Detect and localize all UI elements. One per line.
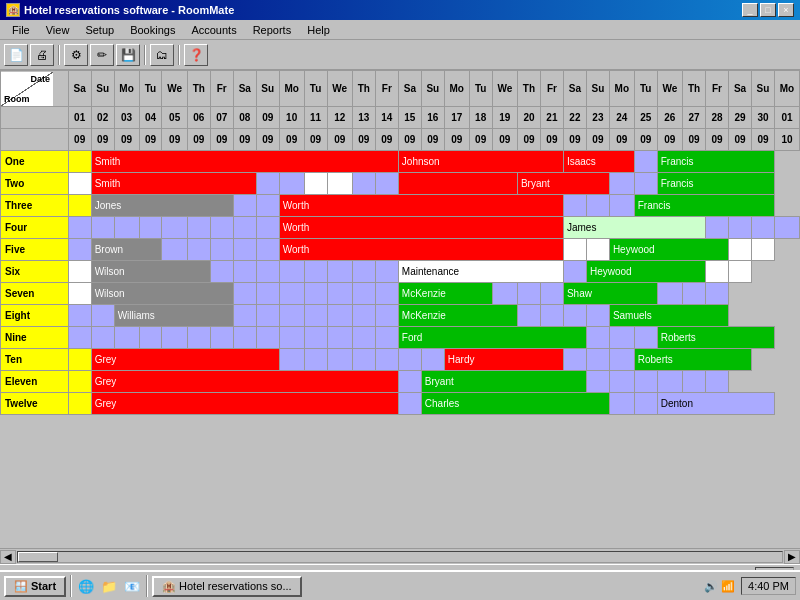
room-eleven-label: Eleven (1, 371, 69, 393)
explorer-icon[interactable]: 📁 (99, 576, 119, 596)
menu-file[interactable]: File (4, 22, 38, 38)
twelve-charles[interactable]: Charles (421, 393, 609, 415)
eight-williams[interactable]: Williams (114, 305, 233, 327)
systray-icons: 🔊 📶 (704, 580, 735, 593)
window-title: Hotel reservations software - RoomMate (24, 4, 234, 16)
three-francis[interactable]: Francis (634, 195, 774, 217)
hotel-app-label: Hotel reservations so... (179, 580, 292, 592)
three-worth[interactable]: Worth (279, 195, 563, 217)
scroll-left-button[interactable]: ◀ (0, 550, 16, 564)
close-button[interactable]: × (778, 3, 794, 17)
col-header-03: Mo (114, 71, 139, 107)
two-francis[interactable]: Francis (657, 173, 774, 195)
six-heywood[interactable]: Heywood (586, 261, 705, 283)
one-d22[interactable] (634, 151, 657, 173)
four-worth[interactable]: Worth (279, 217, 563, 239)
folder-button[interactable]: 🗂 (150, 44, 174, 66)
ten-hardy[interactable]: Hardy (444, 349, 563, 371)
room-two-row: Two Smith Bryant Francis (1, 173, 800, 195)
eleven-bryant[interactable]: Bryant (421, 371, 586, 393)
seven-mckenzie[interactable]: McKenzie (398, 283, 492, 305)
five-worth[interactable]: Worth (279, 239, 563, 261)
menu-bookings[interactable]: Bookings (122, 22, 183, 38)
col-header-10: Mo (279, 71, 304, 107)
month-14: 09 (375, 129, 398, 151)
settings-button[interactable]: ⚙ (64, 44, 88, 66)
one-smith[interactable]: Smith (91, 151, 398, 173)
five-brown[interactable]: Brown (91, 239, 162, 261)
scroll-right-button[interactable]: ▶ (784, 550, 800, 564)
menu-reports[interactable]: Reports (245, 22, 300, 38)
help-button[interactable]: ❓ (184, 44, 208, 66)
h-scrollbar-thumb[interactable] (18, 552, 58, 562)
date-06: 06 (187, 107, 210, 129)
h-scrollbar-container: ◀ ▶ (0, 548, 800, 564)
menu-help[interactable]: Help (299, 22, 338, 38)
date-22: 22 (563, 107, 586, 129)
col-header-26: We (657, 71, 682, 107)
date-13: 13 (352, 107, 375, 129)
header-row-dayname: Date Room Sa Su Mo Tu We Th Fr Sa Su Mo … (1, 71, 800, 107)
room-eleven-row: Eleven Grey Bryant (1, 371, 800, 393)
minimize-button[interactable]: _ (742, 3, 758, 17)
col-header-18: Tu (469, 71, 492, 107)
two-d01[interactable] (68, 173, 91, 195)
month-02: 09 (91, 129, 114, 151)
date-26: 26 (657, 107, 682, 129)
two-bryant[interactable]: Bryant (517, 173, 609, 195)
eight-samuels[interactable]: Samuels (609, 305, 728, 327)
room-four-label: Four (1, 217, 69, 239)
outlook-icon[interactable]: 📧 (122, 576, 142, 596)
nine-roberts[interactable]: Roberts (657, 327, 774, 349)
one-isaacs[interactable]: Isaacs (563, 151, 634, 173)
taskbar-separator (70, 575, 72, 597)
date-15: 15 (398, 107, 421, 129)
room-eight-label: Eight (1, 305, 69, 327)
one-johnson[interactable]: Johnson (398, 151, 563, 173)
two-smith[interactable]: Smith (91, 173, 256, 195)
room-twelve-row: Twelve Grey Charles Denton (1, 393, 800, 415)
taskbar-separator-2 (146, 575, 148, 597)
seven-shaw[interactable]: Shaw (563, 283, 657, 305)
eleven-grey[interactable]: Grey (91, 371, 398, 393)
app-icon: 🏨 (6, 3, 20, 17)
nine-ford[interactable]: Ford (398, 327, 586, 349)
edit-button[interactable]: ✏ (90, 44, 114, 66)
maximize-button[interactable]: □ (760, 3, 776, 17)
month-05: 09 (162, 129, 187, 151)
new-button[interactable]: 📄 (4, 44, 28, 66)
menu-view[interactable]: View (38, 22, 78, 38)
two-placeholder[interactable] (398, 173, 517, 195)
ten-grey[interactable]: Grey (91, 349, 279, 371)
date-16: 16 (421, 107, 444, 129)
save-button[interactable]: 💾 (116, 44, 140, 66)
date-25: 25 (634, 107, 657, 129)
hotel-app-icon: 🏨 (162, 580, 176, 593)
room-three-label: Three (1, 195, 69, 217)
h-scrollbar-track[interactable] (17, 551, 783, 563)
ten-roberts[interactable]: Roberts (634, 349, 751, 371)
one-francis[interactable]: Francis (657, 151, 774, 173)
menu-accounts[interactable]: Accounts (183, 22, 244, 38)
corner-date-label: Date (30, 74, 50, 84)
taskbar-quick-launch: 🌐 📁 📧 (76, 576, 142, 596)
print-button[interactable]: 🖨 (30, 44, 54, 66)
date-04: 04 (139, 107, 162, 129)
menu-setup[interactable]: Setup (77, 22, 122, 38)
three-jones[interactable]: Jones (91, 195, 233, 217)
twelve-grey[interactable]: Grey (91, 393, 398, 415)
six-maintenance[interactable]: Maintenance (398, 261, 563, 283)
month-25: 09 (634, 129, 657, 151)
hotel-app-taskbar-button[interactable]: 🏨 Hotel reservations so... (152, 576, 302, 597)
ie-icon[interactable]: 🌐 (76, 576, 96, 596)
five-heywood[interactable]: Heywood (609, 239, 728, 261)
seven-wilson[interactable]: Wilson (91, 283, 233, 305)
six-wilson[interactable]: Wilson (91, 261, 210, 283)
corner-room-label: Room (4, 94, 30, 104)
start-button[interactable]: 🪟 Start (4, 576, 66, 597)
one-d01[interactable] (68, 151, 91, 173)
col-header-11: Tu (304, 71, 327, 107)
four-james[interactable]: James (563, 217, 705, 239)
eight-mckenzie[interactable]: McKenzie (398, 305, 517, 327)
month-26: 09 (657, 129, 682, 151)
